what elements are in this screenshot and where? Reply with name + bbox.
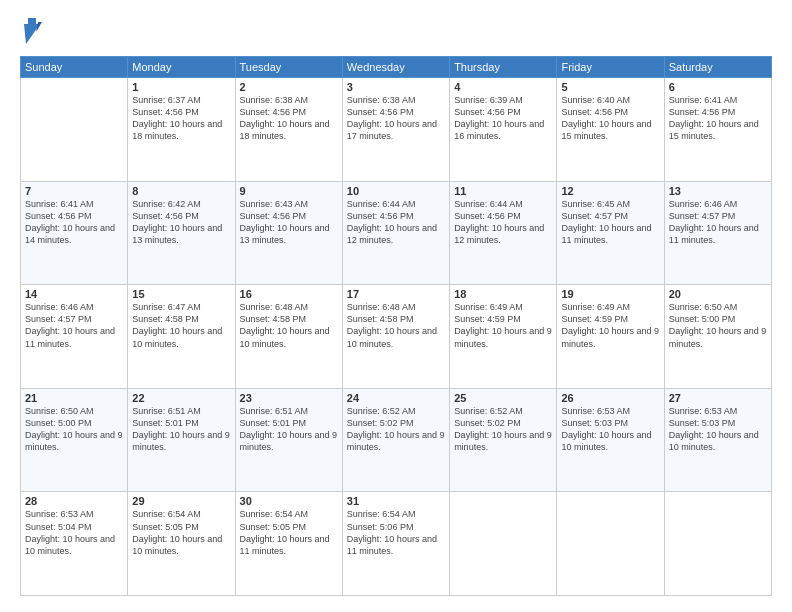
calendar-table: SundayMondayTuesdayWednesdayThursdayFrid… xyxy=(20,56,772,596)
day-number: 1 xyxy=(132,81,230,93)
calendar-cell: 27Sunrise: 6:53 AMSunset: 5:03 PMDayligh… xyxy=(664,388,771,492)
calendar-week-row: 28Sunrise: 6:53 AMSunset: 5:04 PMDayligh… xyxy=(21,492,772,596)
calendar-cell xyxy=(664,492,771,596)
day-number: 18 xyxy=(454,288,552,300)
day-number: 10 xyxy=(347,185,445,197)
calendar-cell: 13Sunrise: 6:46 AMSunset: 4:57 PMDayligh… xyxy=(664,181,771,285)
weekday-header: Friday xyxy=(557,57,664,78)
day-number: 16 xyxy=(240,288,338,300)
day-number: 28 xyxy=(25,495,123,507)
cell-info: Sunrise: 6:49 AMSunset: 4:59 PMDaylight:… xyxy=(454,301,552,350)
cell-info: Sunrise: 6:39 AMSunset: 4:56 PMDaylight:… xyxy=(454,94,552,143)
cell-info: Sunrise: 6:38 AMSunset: 4:56 PMDaylight:… xyxy=(347,94,445,143)
cell-info: Sunrise: 6:50 AMSunset: 5:00 PMDaylight:… xyxy=(669,301,767,350)
cell-info: Sunrise: 6:52 AMSunset: 5:02 PMDaylight:… xyxy=(454,405,552,454)
cell-info: Sunrise: 6:54 AMSunset: 5:05 PMDaylight:… xyxy=(240,508,338,557)
calendar-cell: 11Sunrise: 6:44 AMSunset: 4:56 PMDayligh… xyxy=(450,181,557,285)
calendar-cell: 12Sunrise: 6:45 AMSunset: 4:57 PMDayligh… xyxy=(557,181,664,285)
day-number: 13 xyxy=(669,185,767,197)
calendar-cell: 25Sunrise: 6:52 AMSunset: 5:02 PMDayligh… xyxy=(450,388,557,492)
day-number: 27 xyxy=(669,392,767,404)
calendar-cell: 28Sunrise: 6:53 AMSunset: 5:04 PMDayligh… xyxy=(21,492,128,596)
day-number: 30 xyxy=(240,495,338,507)
calendar-cell: 1Sunrise: 6:37 AMSunset: 4:56 PMDaylight… xyxy=(128,78,235,182)
header xyxy=(20,16,772,46)
cell-info: Sunrise: 6:51 AMSunset: 5:01 PMDaylight:… xyxy=(240,405,338,454)
calendar-cell: 17Sunrise: 6:48 AMSunset: 4:58 PMDayligh… xyxy=(342,285,449,389)
weekday-header: Thursday xyxy=(450,57,557,78)
day-number: 17 xyxy=(347,288,445,300)
day-number: 24 xyxy=(347,392,445,404)
day-number: 31 xyxy=(347,495,445,507)
cell-info: Sunrise: 6:43 AMSunset: 4:56 PMDaylight:… xyxy=(240,198,338,247)
day-number: 26 xyxy=(561,392,659,404)
weekday-header: Monday xyxy=(128,57,235,78)
day-number: 3 xyxy=(347,81,445,93)
calendar-cell: 24Sunrise: 6:52 AMSunset: 5:02 PMDayligh… xyxy=(342,388,449,492)
weekday-header: Tuesday xyxy=(235,57,342,78)
cell-info: Sunrise: 6:38 AMSunset: 4:56 PMDaylight:… xyxy=(240,94,338,143)
cell-info: Sunrise: 6:53 AMSunset: 5:03 PMDaylight:… xyxy=(669,405,767,454)
calendar-cell: 5Sunrise: 6:40 AMSunset: 4:56 PMDaylight… xyxy=(557,78,664,182)
calendar-cell: 26Sunrise: 6:53 AMSunset: 5:03 PMDayligh… xyxy=(557,388,664,492)
calendar-week-row: 21Sunrise: 6:50 AMSunset: 5:00 PMDayligh… xyxy=(21,388,772,492)
cell-info: Sunrise: 6:41 AMSunset: 4:56 PMDaylight:… xyxy=(25,198,123,247)
calendar-cell: 18Sunrise: 6:49 AMSunset: 4:59 PMDayligh… xyxy=(450,285,557,389)
cell-info: Sunrise: 6:46 AMSunset: 4:57 PMDaylight:… xyxy=(669,198,767,247)
weekday-header: Sunday xyxy=(21,57,128,78)
weekday-header: Wednesday xyxy=(342,57,449,78)
day-number: 4 xyxy=(454,81,552,93)
calendar-week-row: 14Sunrise: 6:46 AMSunset: 4:57 PMDayligh… xyxy=(21,285,772,389)
cell-info: Sunrise: 6:50 AMSunset: 5:00 PMDaylight:… xyxy=(25,405,123,454)
logo-icon xyxy=(22,16,42,46)
cell-info: Sunrise: 6:53 AMSunset: 5:03 PMDaylight:… xyxy=(561,405,659,454)
cell-info: Sunrise: 6:53 AMSunset: 5:04 PMDaylight:… xyxy=(25,508,123,557)
day-number: 9 xyxy=(240,185,338,197)
cell-info: Sunrise: 6:37 AMSunset: 4:56 PMDaylight:… xyxy=(132,94,230,143)
day-number: 5 xyxy=(561,81,659,93)
cell-info: Sunrise: 6:45 AMSunset: 4:57 PMDaylight:… xyxy=(561,198,659,247)
logo xyxy=(20,16,42,46)
day-number: 25 xyxy=(454,392,552,404)
weekday-header: Saturday xyxy=(664,57,771,78)
cell-info: Sunrise: 6:46 AMSunset: 4:57 PMDaylight:… xyxy=(25,301,123,350)
day-number: 11 xyxy=(454,185,552,197)
day-number: 7 xyxy=(25,185,123,197)
cell-info: Sunrise: 6:54 AMSunset: 5:05 PMDaylight:… xyxy=(132,508,230,557)
calendar-cell: 3Sunrise: 6:38 AMSunset: 4:56 PMDaylight… xyxy=(342,78,449,182)
calendar-cell: 9Sunrise: 6:43 AMSunset: 4:56 PMDaylight… xyxy=(235,181,342,285)
calendar-cell: 22Sunrise: 6:51 AMSunset: 5:01 PMDayligh… xyxy=(128,388,235,492)
calendar-cell: 7Sunrise: 6:41 AMSunset: 4:56 PMDaylight… xyxy=(21,181,128,285)
cell-info: Sunrise: 6:40 AMSunset: 4:56 PMDaylight:… xyxy=(561,94,659,143)
calendar-cell: 30Sunrise: 6:54 AMSunset: 5:05 PMDayligh… xyxy=(235,492,342,596)
day-number: 6 xyxy=(669,81,767,93)
calendar-cell: 4Sunrise: 6:39 AMSunset: 4:56 PMDaylight… xyxy=(450,78,557,182)
svg-marker-0 xyxy=(24,18,40,44)
calendar-cell xyxy=(557,492,664,596)
calendar-cell xyxy=(21,78,128,182)
cell-info: Sunrise: 6:42 AMSunset: 4:56 PMDaylight:… xyxy=(132,198,230,247)
day-number: 19 xyxy=(561,288,659,300)
calendar-cell: 19Sunrise: 6:49 AMSunset: 4:59 PMDayligh… xyxy=(557,285,664,389)
day-number: 15 xyxy=(132,288,230,300)
cell-info: Sunrise: 6:48 AMSunset: 4:58 PMDaylight:… xyxy=(240,301,338,350)
calendar-cell: 6Sunrise: 6:41 AMSunset: 4:56 PMDaylight… xyxy=(664,78,771,182)
cell-info: Sunrise: 6:54 AMSunset: 5:06 PMDaylight:… xyxy=(347,508,445,557)
cell-info: Sunrise: 6:44 AMSunset: 4:56 PMDaylight:… xyxy=(454,198,552,247)
day-number: 23 xyxy=(240,392,338,404)
calendar-cell: 2Sunrise: 6:38 AMSunset: 4:56 PMDaylight… xyxy=(235,78,342,182)
cell-info: Sunrise: 6:48 AMSunset: 4:58 PMDaylight:… xyxy=(347,301,445,350)
cell-info: Sunrise: 6:52 AMSunset: 5:02 PMDaylight:… xyxy=(347,405,445,454)
calendar-cell: 16Sunrise: 6:48 AMSunset: 4:58 PMDayligh… xyxy=(235,285,342,389)
calendar-cell: 15Sunrise: 6:47 AMSunset: 4:58 PMDayligh… xyxy=(128,285,235,389)
calendar-cell: 8Sunrise: 6:42 AMSunset: 4:56 PMDaylight… xyxy=(128,181,235,285)
cell-info: Sunrise: 6:47 AMSunset: 4:58 PMDaylight:… xyxy=(132,301,230,350)
day-number: 20 xyxy=(669,288,767,300)
calendar-week-row: 7Sunrise: 6:41 AMSunset: 4:56 PMDaylight… xyxy=(21,181,772,285)
day-number: 8 xyxy=(132,185,230,197)
calendar-cell xyxy=(450,492,557,596)
day-number: 14 xyxy=(25,288,123,300)
calendar-cell: 23Sunrise: 6:51 AMSunset: 5:01 PMDayligh… xyxy=(235,388,342,492)
calendar-week-row: 1Sunrise: 6:37 AMSunset: 4:56 PMDaylight… xyxy=(21,78,772,182)
cell-info: Sunrise: 6:51 AMSunset: 5:01 PMDaylight:… xyxy=(132,405,230,454)
